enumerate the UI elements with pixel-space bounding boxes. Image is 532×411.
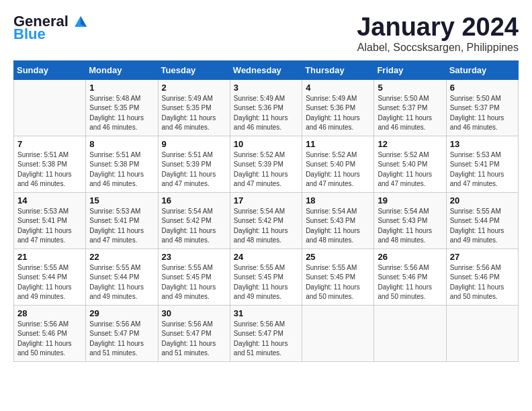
day-info: Sunrise: 5:56 AMSunset: 5:47 PMDaylight:… — [89, 320, 154, 359]
day-cell-28: 28Sunrise: 5:56 AMSunset: 5:46 PMDayligh… — [14, 305, 86, 361]
day-info: Sunrise: 5:55 AMSunset: 5:45 PMDaylight:… — [306, 263, 370, 302]
day-cell-7: 7Sunrise: 5:51 AMSunset: 5:38 PMDaylight… — [14, 136, 86, 192]
day-cell-16: 16Sunrise: 5:54 AMSunset: 5:42 PMDayligh… — [158, 192, 230, 248]
day-info: Sunrise: 5:49 AMSunset: 5:35 PMDaylight:… — [162, 94, 226, 133]
day-number: 26 — [378, 252, 442, 262]
day-cell-21: 21Sunrise: 5:55 AMSunset: 5:44 PMDayligh… — [14, 248, 86, 305]
day-info: Sunrise: 5:55 AMSunset: 5:44 PMDaylight:… — [17, 263, 82, 302]
day-number: 2 — [162, 83, 226, 93]
day-number: 1 — [89, 83, 154, 93]
day-info: Sunrise: 5:52 AMSunset: 5:39 PMDaylight:… — [234, 150, 298, 189]
day-cell-27: 27Sunrise: 5:56 AMSunset: 5:46 PMDayligh… — [446, 248, 518, 305]
logo: General Blue — [13, 13, 89, 42]
day-cell-17: 17Sunrise: 5:54 AMSunset: 5:42 PMDayligh… — [230, 192, 302, 248]
day-number: 20 — [450, 195, 515, 205]
day-info: Sunrise: 5:49 AMSunset: 5:36 PMDaylight:… — [306, 94, 370, 133]
day-cell-9: 9Sunrise: 5:51 AMSunset: 5:39 PMDaylight… — [158, 136, 230, 192]
day-info: Sunrise: 5:55 AMSunset: 5:45 PMDaylight:… — [162, 263, 226, 302]
day-number: 30 — [162, 308, 226, 318]
day-number: 11 — [306, 139, 370, 149]
day-number: 24 — [234, 252, 298, 262]
day-header-monday: Monday — [86, 60, 158, 79]
day-info: Sunrise: 5:51 AMSunset: 5:38 PMDaylight:… — [17, 150, 82, 189]
day-info: Sunrise: 5:52 AMSunset: 5:40 PMDaylight:… — [378, 150, 442, 189]
empty-cell — [446, 305, 518, 361]
week-row-4: 21Sunrise: 5:55 AMSunset: 5:44 PMDayligh… — [14, 248, 519, 305]
day-number: 27 — [450, 252, 515, 262]
title-section: January 2024 Alabel, Soccsksargen, Phili… — [357, 13, 519, 54]
day-number: 10 — [234, 139, 298, 149]
day-number: 23 — [162, 252, 226, 262]
day-cell-11: 11Sunrise: 5:52 AMSunset: 5:40 PMDayligh… — [302, 136, 374, 192]
day-cell-19: 19Sunrise: 5:54 AMSunset: 5:43 PMDayligh… — [374, 192, 446, 248]
day-cell-14: 14Sunrise: 5:53 AMSunset: 5:41 PMDayligh… — [14, 192, 86, 248]
day-number: 3 — [234, 83, 298, 93]
day-cell-25: 25Sunrise: 5:55 AMSunset: 5:45 PMDayligh… — [302, 248, 374, 305]
day-cell-5: 5Sunrise: 5:50 AMSunset: 5:37 PMDaylight… — [374, 79, 446, 136]
day-number: 5 — [378, 83, 442, 93]
day-info: Sunrise: 5:56 AMSunset: 5:46 PMDaylight:… — [378, 263, 442, 302]
week-row-1: 1Sunrise: 5:48 AMSunset: 5:35 PMDaylight… — [14, 79, 519, 136]
day-cell-12: 12Sunrise: 5:52 AMSunset: 5:40 PMDayligh… — [374, 136, 446, 192]
day-cell-15: 15Sunrise: 5:53 AMSunset: 5:41 PMDayligh… — [86, 192, 158, 248]
day-info: Sunrise: 5:54 AMSunset: 5:43 PMDaylight:… — [378, 207, 442, 246]
week-row-3: 14Sunrise: 5:53 AMSunset: 5:41 PMDayligh… — [14, 192, 519, 248]
day-header-wednesday: Wednesday — [230, 60, 302, 79]
day-header-thursday: Thursday — [302, 60, 374, 79]
day-cell-2: 2Sunrise: 5:49 AMSunset: 5:35 PMDaylight… — [158, 79, 230, 136]
day-header-saturday: Saturday — [446, 60, 518, 79]
header-row: SundayMondayTuesdayWednesdayThursdayFrid… — [14, 60, 519, 79]
week-row-5: 28Sunrise: 5:56 AMSunset: 5:46 PMDayligh… — [14, 305, 519, 361]
day-cell-22: 22Sunrise: 5:55 AMSunset: 5:44 PMDayligh… — [86, 248, 158, 305]
day-number: 6 — [450, 83, 515, 93]
empty-cell — [14, 79, 86, 136]
empty-cell — [374, 305, 446, 361]
day-number: 13 — [450, 139, 515, 149]
day-number: 25 — [306, 252, 370, 262]
day-number: 16 — [162, 195, 226, 205]
day-info: Sunrise: 5:51 AMSunset: 5:38 PMDaylight:… — [89, 150, 154, 189]
day-cell-24: 24Sunrise: 5:55 AMSunset: 5:45 PMDayligh… — [230, 248, 302, 305]
day-header-friday: Friday — [374, 60, 446, 79]
day-number: 29 — [89, 308, 154, 318]
day-info: Sunrise: 5:56 AMSunset: 5:46 PMDaylight:… — [450, 263, 515, 302]
day-info: Sunrise: 5:55 AMSunset: 5:44 PMDaylight:… — [450, 207, 515, 246]
month-title: January 2024 — [357, 13, 519, 42]
page-header: General Blue January 2024 Alabel, Soccsk… — [13, 13, 519, 54]
day-info: Sunrise: 5:55 AMSunset: 5:44 PMDaylight:… — [89, 263, 154, 302]
day-cell-4: 4Sunrise: 5:49 AMSunset: 5:36 PMDaylight… — [302, 79, 374, 136]
day-number: 22 — [89, 252, 154, 262]
day-info: Sunrise: 5:50 AMSunset: 5:37 PMDaylight:… — [378, 94, 442, 133]
day-info: Sunrise: 5:53 AMSunset: 5:41 PMDaylight:… — [17, 207, 82, 246]
day-cell-23: 23Sunrise: 5:55 AMSunset: 5:45 PMDayligh… — [158, 248, 230, 305]
day-header-sunday: Sunday — [14, 60, 86, 79]
day-cell-20: 20Sunrise: 5:55 AMSunset: 5:44 PMDayligh… — [446, 192, 518, 248]
day-number: 28 — [17, 308, 82, 318]
day-number: 31 — [234, 308, 298, 318]
day-info: Sunrise: 5:54 AMSunset: 5:42 PMDaylight:… — [162, 207, 226, 246]
day-number: 15 — [89, 195, 154, 205]
day-cell-18: 18Sunrise: 5:54 AMSunset: 5:43 PMDayligh… — [302, 192, 374, 248]
calendar-table: SundayMondayTuesdayWednesdayThursdayFrid… — [13, 60, 519, 362]
day-info: Sunrise: 5:53 AMSunset: 5:41 PMDaylight:… — [450, 150, 515, 189]
day-number: 4 — [306, 83, 370, 93]
day-number: 14 — [17, 195, 82, 205]
day-cell-30: 30Sunrise: 5:56 AMSunset: 5:47 PMDayligh… — [158, 305, 230, 361]
day-info: Sunrise: 5:48 AMSunset: 5:35 PMDaylight:… — [89, 94, 154, 133]
day-info: Sunrise: 5:51 AMSunset: 5:39 PMDaylight:… — [162, 150, 226, 189]
week-row-2: 7Sunrise: 5:51 AMSunset: 5:38 PMDaylight… — [14, 136, 519, 192]
day-info: Sunrise: 5:56 AMSunset: 5:46 PMDaylight:… — [17, 320, 82, 359]
day-number: 18 — [306, 195, 370, 205]
logo-icon — [73, 15, 88, 30]
day-cell-31: 31Sunrise: 5:56 AMSunset: 5:47 PMDayligh… — [230, 305, 302, 361]
day-cell-1: 1Sunrise: 5:48 AMSunset: 5:35 PMDaylight… — [86, 79, 158, 136]
day-number: 19 — [378, 195, 442, 205]
day-cell-6: 6Sunrise: 5:50 AMSunset: 5:37 PMDaylight… — [446, 79, 518, 136]
day-cell-26: 26Sunrise: 5:56 AMSunset: 5:46 PMDayligh… — [374, 248, 446, 305]
day-info: Sunrise: 5:56 AMSunset: 5:47 PMDaylight:… — [162, 320, 226, 359]
day-number: 12 — [378, 139, 442, 149]
day-cell-29: 29Sunrise: 5:56 AMSunset: 5:47 PMDayligh… — [86, 305, 158, 361]
day-cell-8: 8Sunrise: 5:51 AMSunset: 5:38 PMDaylight… — [86, 136, 158, 192]
day-number: 17 — [234, 195, 298, 205]
day-info: Sunrise: 5:50 AMSunset: 5:37 PMDaylight:… — [450, 94, 515, 133]
